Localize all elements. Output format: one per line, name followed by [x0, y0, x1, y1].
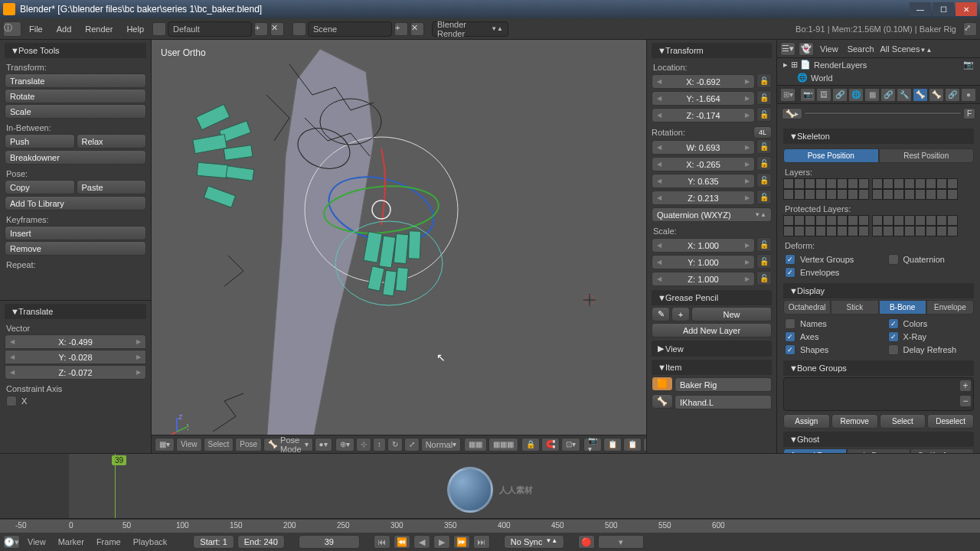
- outliner-filter-dropdown[interactable]: All Scenes▼▲: [880, 44, 977, 54]
- pose-position-tab[interactable]: Pose Position: [783, 148, 879, 163]
- render-engine-dropdown[interactable]: Blender Render▼▲: [432, 21, 508, 37]
- timeline-canvas[interactable]: 39: [0, 453, 980, 519]
- viewport-menu-pose[interactable]: Pose: [235, 438, 262, 452]
- skeleton-header[interactable]: ▼Skeleton: [783, 129, 974, 144]
- protected-layers-grid[interactable]: [783, 215, 974, 236]
- manipulator-rotate-icon[interactable]: ↻: [387, 438, 403, 452]
- shapes-checkbox[interactable]: ✓: [785, 344, 795, 355]
- armature-layers-grid[interactable]: [783, 178, 974, 200]
- back-to-previous-button[interactable]: ⤢: [963, 22, 977, 36]
- properties-editor-icon[interactable]: ⊞▾: [780, 88, 795, 102]
- scene-browse-button[interactable]: [292, 22, 306, 36]
- viewport-editor-type-icon[interactable]: ▦▾: [155, 438, 175, 452]
- colors-checkbox[interactable]: ✓: [888, 318, 899, 329]
- grease-pencil-header[interactable]: ▼Grease Pencil: [652, 290, 772, 305]
- constraint-x-checkbox[interactable]: [6, 396, 17, 406]
- outliner-search[interactable]: Search: [844, 44, 877, 54]
- menu-render[interactable]: Render: [79, 21, 119, 37]
- vector-y-field[interactable]: ◀Y: -0.028▶: [5, 350, 146, 364]
- bone-tab-icon[interactable]: 🦴: [929, 88, 944, 102]
- loc-y-field[interactable]: ◀Y: -1.664▶: [652, 91, 755, 106]
- rest-position-tab[interactable]: Rest Position: [879, 148, 975, 163]
- close-button[interactable]: ✕: [956, 2, 977, 16]
- display-stick-tab[interactable]: Stick: [831, 300, 878, 315]
- shading-solid-icon[interactable]: ●▾: [315, 438, 332, 452]
- bonegroup-add-button[interactable]: +: [959, 380, 972, 392]
- timeline-ruler[interactable]: -50 0 50 100 150 200 250 300 350 400 450…: [0, 519, 980, 533]
- transform-panel-header[interactable]: ▼Transform: [652, 43, 772, 58]
- scale-y-lock-icon[interactable]: 🔓: [756, 254, 772, 269]
- orientation-dropdown[interactable]: Normal ▾: [421, 438, 461, 452]
- scale-z-lock-icon[interactable]: 🔓: [756, 271, 772, 285]
- scale-button[interactable]: Scale: [5, 104, 146, 119]
- relax-button[interactable]: Relax: [77, 134, 147, 148]
- remove-keyframe-button[interactable]: Remove: [5, 241, 146, 256]
- push-button[interactable]: Push: [5, 134, 75, 148]
- outliner-editor-icon[interactable]: ☰▾: [780, 42, 795, 56]
- paste-pose-button[interactable]: Paste: [77, 180, 147, 194]
- scale-x-field[interactable]: ◀X: 1.000▶: [652, 238, 755, 253]
- rot-w-lock-icon[interactable]: 🔓: [756, 139, 772, 154]
- scene-add-button[interactable]: +: [394, 22, 408, 36]
- breadcrumb-fake-user[interactable]: F: [963, 108, 975, 119]
- sync-mode-dropdown[interactable]: No Sync▼▲: [504, 535, 564, 549]
- bone-constraint-tab-icon[interactable]: 🔗: [945, 88, 960, 102]
- rot-y-lock-icon[interactable]: 🔓: [756, 173, 772, 187]
- viewport-menu-view[interactable]: View: [176, 438, 202, 452]
- manipulator-translate-icon[interactable]: ↕: [373, 438, 386, 452]
- maximize-button[interactable]: ☐: [933, 2, 954, 16]
- menu-file[interactable]: File: [23, 21, 49, 37]
- scene-tab-icon[interactable]: 🔗: [832, 88, 848, 102]
- rot-x-lock-icon[interactable]: 🔓: [756, 156, 772, 171]
- 3d-viewport[interactable]: User Ortho (39) Baker Rig:IKhand.L z y ▦…: [152, 40, 646, 453]
- rot-y-field[interactable]: ◀Y: 0.635▶: [652, 174, 755, 188]
- breadcrumb-armature-field[interactable]: [804, 112, 962, 115]
- rotation-mode-dropdown[interactable]: Quaternion (WXYZ)▼▲: [652, 207, 772, 222]
- constraints-tab-icon[interactable]: 🔗: [880, 88, 896, 102]
- paste-pose-icon[interactable]: 📋: [623, 438, 642, 452]
- world-tab-icon[interactable]: 🌐: [848, 88, 864, 102]
- modifiers-tab-icon[interactable]: 🔧: [897, 88, 912, 102]
- screen-add-button[interactable]: +: [254, 22, 268, 36]
- keyframe-prev-icon[interactable]: ⏪: [394, 535, 410, 549]
- viewport-menu-select[interactable]: Select: [204, 438, 234, 452]
- armature-tab-icon[interactable]: 🦴: [913, 88, 928, 102]
- vector-z-field[interactable]: ◀Z: -0.072▶: [5, 365, 146, 380]
- menu-add[interactable]: Add: [51, 21, 78, 37]
- gpencil-add-layer-button[interactable]: Add New Layer: [652, 323, 772, 337]
- scale-z-field[interactable]: ◀Z: 1.000▶: [652, 272, 755, 286]
- manipulator-scale-icon[interactable]: ⤢: [404, 438, 420, 452]
- timeline-view[interactable]: View: [23, 536, 51, 548]
- play-reverse-icon[interactable]: ◀: [413, 535, 430, 549]
- timeline-playback[interactable]: Playback: [129, 536, 172, 548]
- envelopes-checkbox[interactable]: ✓: [785, 267, 795, 278]
- editor-type-icon[interactable]: ⓘ: [3, 21, 21, 37]
- snap-icon[interactable]: 🧲: [541, 438, 560, 452]
- display-octahedral-tab[interactable]: Octahedral: [783, 300, 831, 315]
- axes-checkbox[interactable]: ✓: [785, 331, 795, 342]
- timeline-editor-icon[interactable]: 🕐▾: [3, 535, 20, 549]
- translate-button[interactable]: Translate: [5, 73, 146, 88]
- screen-browse-button[interactable]: [152, 22, 166, 36]
- add-to-library-button[interactable]: Add To Library: [5, 196, 146, 210]
- rot-w-field[interactable]: ◀W: 0.693▶: [652, 140, 755, 155]
- pose-tools-header[interactable]: ▼Pose Tools: [5, 43, 146, 58]
- bonegroup-assign-button[interactable]: Assign: [783, 414, 830, 429]
- scale-x-lock-icon[interactable]: 🔓: [756, 237, 772, 252]
- gpencil-add-button[interactable]: +: [671, 307, 690, 321]
- pivot-icon[interactable]: ⊕▾: [335, 438, 354, 452]
- outliner-view[interactable]: View: [817, 44, 841, 54]
- minimize-button[interactable]: —: [910, 2, 931, 16]
- paste-flipped-icon[interactable]: 📋: [643, 438, 646, 452]
- layers-tab-icon[interactable]: 🖼: [816, 88, 831, 102]
- item-object-field[interactable]: Baker Rig: [675, 377, 772, 392]
- layers-2[interactable]: ▦▦▦: [488, 438, 518, 452]
- start-frame-field[interactable]: Start: 1: [193, 535, 234, 549]
- mode-dropdown[interactable]: 🦴 Pose Mode▾: [263, 438, 313, 452]
- names-checkbox[interactable]: [785, 318, 795, 329]
- display-header[interactable]: ▼Display: [783, 283, 974, 298]
- rot-x-field[interactable]: ◀X: -0.265▶: [652, 157, 755, 171]
- bonegroup-deselect-button[interactable]: Deselect: [927, 414, 974, 429]
- jump-end-icon[interactable]: ⏭: [473, 535, 490, 549]
- outliner-ghost-icon[interactable]: 👻: [799, 42, 814, 56]
